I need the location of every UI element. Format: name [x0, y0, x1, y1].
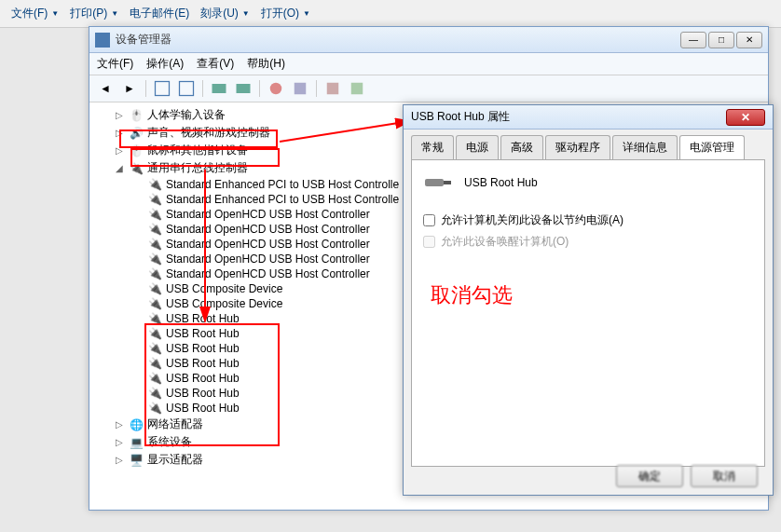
usb-device-icon: 🔌 — [147, 402, 162, 415]
svg-point-4 — [270, 83, 282, 95]
tool-btn-7[interactable] — [322, 78, 343, 99]
usb-device-icon: 🔌 — [147, 297, 162, 310]
props-body: USB Root Hub 允许计算机关闭此设备以节约电源(A) 允许此设备唤醒计… — [411, 159, 765, 467]
forward-button[interactable]: ► — [119, 78, 140, 99]
tool-btn-6[interactable] — [290, 78, 310, 99]
props-close-button[interactable]: ✕ — [726, 109, 765, 126]
tab-driver[interactable]: 驱动程序 — [545, 135, 610, 159]
tab-advanced[interactable]: 高级 — [500, 135, 543, 159]
menu-print[interactable]: 打印(P) ▼ — [66, 4, 122, 23]
svg-rect-13 — [444, 181, 451, 184]
usb-device-icon: 🔌 — [147, 208, 162, 221]
svg-rect-6 — [327, 83, 339, 95]
checkbox-allow-off-input[interactable] — [423, 214, 435, 226]
menu-action[interactable]: 操作(A) — [146, 56, 184, 72]
usb-device-icon: 🔌 — [147, 193, 162, 206]
menu-view[interactable]: 查看(V) — [197, 56, 234, 72]
usb-device-icon: 🔌 — [147, 327, 162, 340]
checkbox-allow-wake-label: 允许此设备唤醒计算机(O) — [441, 234, 569, 250]
outer-toolbar: 文件(F) ▼ 打印(P) ▼ 电子邮件(E) 刻录(U) ▼ 打开(O) ▼ — [0, 0, 781, 28]
usb-device-icon: 🔌 — [147, 357, 162, 370]
devmgr-titlebar: 设备管理器 — □ ✕ — [89, 27, 768, 53]
cancel-button[interactable]: 取消 — [691, 465, 758, 487]
tool-btn-5[interactable] — [266, 78, 286, 99]
menu-open[interactable]: 打开(O) ▼ — [257, 4, 314, 23]
tab-general[interactable]: 常规 — [411, 135, 454, 159]
tool-btn-3[interactable] — [209, 78, 229, 99]
usb-icon: 🔌 — [129, 162, 144, 175]
tool-btn-4[interactable] — [233, 78, 253, 99]
svg-rect-1 — [180, 82, 194, 96]
svg-rect-5 — [295, 83, 307, 95]
tab-power[interactable]: 电源 — [456, 135, 499, 159]
menu-file[interactable]: 文件(F) ▼ — [7, 4, 62, 23]
usb-device-icon: 🔌 — [147, 267, 162, 280]
menu-help[interactable]: 帮助(H) — [247, 56, 285, 72]
tab-details[interactable]: 详细信息 — [612, 135, 678, 159]
checkbox-allow-off[interactable]: 允许计算机关闭此设备以节约电源(A) — [423, 212, 753, 228]
close-button[interactable]: ✕ — [736, 32, 762, 48]
devmgr-icon — [95, 33, 110, 48]
devmgr-title: 设备管理器 — [116, 32, 680, 48]
usb-device-icon: 🔌 — [147, 282, 162, 295]
usb-device-icon: 🔌 — [147, 252, 162, 266]
checkbox-allow-off-label: 允许计算机关闭此设备以节约电源(A) — [441, 212, 623, 228]
checkbox-allow-wake: 允许此设备唤醒计算机(O) — [423, 234, 753, 250]
devmgr-menubar: 文件(F) 操作(A) 查看(V) 帮助(H) — [89, 53, 768, 75]
tool-btn-8[interactable] — [347, 78, 367, 99]
menu-email[interactable]: 电子邮件(E) — [126, 4, 193, 23]
usb-device-icon: 🔌 — [147, 223, 162, 236]
usb-device-icon: 🔌 — [147, 178, 162, 191]
maximize-button[interactable]: □ — [708, 32, 734, 48]
tool-btn-2[interactable] — [176, 78, 197, 99]
tool-btn-1[interactable] — [152, 78, 172, 99]
usb-device-icon: 🔌 — [147, 372, 162, 385]
menu-file-inner[interactable]: 文件(F) — [97, 56, 133, 72]
svg-rect-2 — [212, 84, 226, 93]
svg-rect-7 — [351, 83, 363, 95]
properties-dialog: USB Root Hub 属性 ✕ 常规 电源 高级 驱动程序 详细信息 电源管… — [403, 104, 774, 496]
usb-device-icon: 🔌 — [147, 387, 162, 400]
device-name-label: USB Root Hub — [464, 176, 538, 189]
devmgr-toolbar: ◄ ► — [89, 75, 768, 102]
usb-device-icon: 🔌 — [147, 342, 162, 355]
annotation-cancel-check: 取消勾选 — [431, 281, 513, 309]
checkbox-allow-wake-input — [423, 236, 435, 248]
tab-power-management[interactable]: 电源管理 — [679, 135, 745, 159]
usb-plug-icon — [423, 171, 453, 194]
usb-device-icon: 🔌 — [147, 312, 162, 325]
svg-rect-12 — [425, 179, 444, 186]
menu-burn[interactable]: 刻录(U) ▼ — [197, 4, 253, 23]
props-titlebar: USB Root Hub 属性 ✕ — [404, 105, 773, 130]
back-button[interactable]: ◄ — [95, 78, 116, 99]
usb-device-icon: 🔌 — [147, 238, 162, 251]
svg-rect-0 — [156, 82, 170, 96]
props-tabs: 常规 电源 高级 驱动程序 详细信息 电源管理 — [404, 130, 773, 159]
props-title: USB Root Hub 属性 — [411, 109, 726, 125]
svg-rect-3 — [237, 84, 251, 93]
ok-button[interactable]: 确定 — [616, 465, 683, 487]
minimize-button[interactable]: — — [680, 32, 706, 48]
